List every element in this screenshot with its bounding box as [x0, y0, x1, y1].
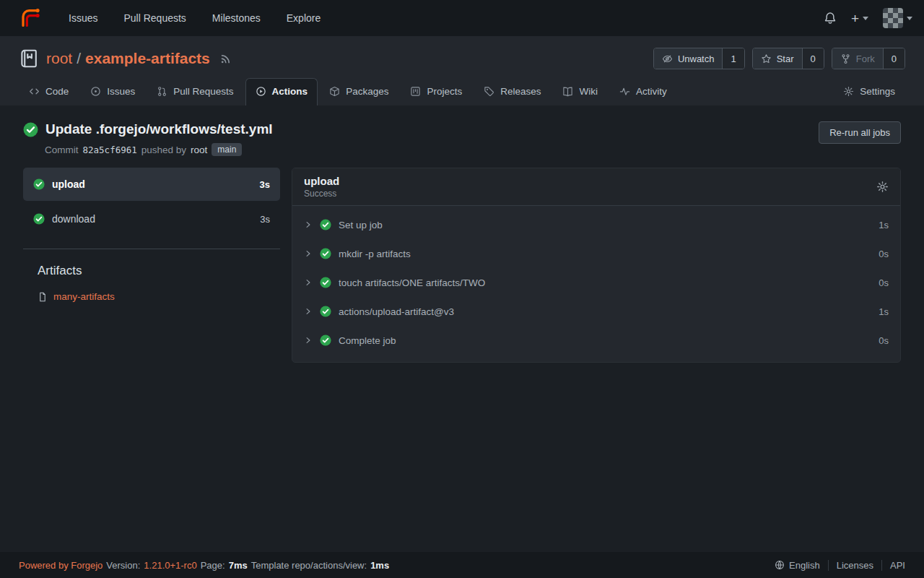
job-duration: 3s: [260, 214, 270, 225]
nav-item-milestones[interactable]: Milestones: [200, 7, 273, 30]
unwatch-button[interactable]: Unwatch 1: [653, 48, 745, 69]
tab-wiki[interactable]: Wiki: [552, 78, 608, 105]
chevron-right-icon: [304, 220, 313, 229]
eye-slash-icon: [662, 53, 673, 64]
job-detail-panel: upload Success Set: [292, 168, 901, 363]
code-icon: [29, 86, 40, 97]
tab-label: Settings: [860, 86, 895, 97]
tab-label: Pull Requests: [173, 86, 233, 97]
tab-projects[interactable]: Projects: [400, 78, 472, 105]
step-row-complete[interactable]: Complete job 0s: [292, 326, 900, 355]
gear-icon[interactable]: [876, 181, 889, 193]
step-list: Set up job 1s mkdir -p artifacts 0s: [292, 206, 900, 362]
step-row-setup[interactable]: Set up job 1s: [292, 210, 900, 239]
star-count[interactable]: 0: [802, 48, 824, 69]
check-circle-icon: [320, 219, 331, 230]
artifact-link[interactable]: many-artifacts: [53, 291, 115, 302]
actions-icon: [256, 86, 266, 97]
gear-icon: [843, 86, 854, 97]
tab-pull-requests[interactable]: Pull Requests: [147, 78, 243, 105]
book-icon: [562, 86, 573, 97]
unwatch-label: Unwatch: [678, 53, 715, 64]
chevron-right-icon: [304, 249, 313, 258]
job-name: download: [52, 213, 95, 225]
step-duration: 0s: [879, 335, 889, 346]
repo-separator: /: [77, 50, 81, 67]
forgejo-logo-icon[interactable]: [19, 7, 42, 30]
powered-by-link[interactable]: Powered by Forgejo: [19, 560, 103, 571]
nav-item-pull-requests[interactable]: Pull Requests: [111, 7, 198, 30]
fork-label: Fork: [856, 53, 875, 64]
tab-actions[interactable]: Actions: [245, 78, 318, 105]
avatar: [883, 8, 903, 28]
tab-settings[interactable]: Settings: [833, 78, 905, 105]
watch-count[interactable]: 1: [722, 48, 744, 69]
navbar-right: +: [824, 8, 912, 28]
top-navbar: Issues Pull Requests Milestones Explore …: [0, 0, 924, 36]
version-link[interactable]: 1.21.0+1-rc0: [144, 560, 196, 571]
template-time-label: Template repo/actions/view:: [251, 560, 367, 571]
divider: [23, 249, 280, 249]
run-title: Update .forgejo/workflows/test.yml: [45, 121, 273, 137]
create-new-menu[interactable]: +: [851, 12, 868, 25]
artifact-item: many-artifacts: [38, 291, 280, 302]
repo-owner-link[interactable]: root: [46, 50, 72, 67]
licenses-link[interactable]: Licenses: [828, 560, 881, 571]
job-row-upload[interactable]: upload 3s: [23, 168, 280, 201]
pusher-link[interactable]: root: [191, 144, 207, 155]
branch-badge[interactable]: main: [212, 143, 242, 156]
fork-button[interactable]: Fork 0: [832, 48, 905, 69]
tab-releases[interactable]: Releases: [474, 78, 551, 105]
version-label: Version:: [106, 560, 140, 571]
step-name: Complete job: [339, 335, 396, 346]
language-label: English: [789, 560, 820, 571]
star-icon: [761, 53, 772, 64]
file-icon: [38, 292, 48, 302]
step-duration: 1s: [879, 220, 889, 230]
tab-issues[interactable]: Issues: [80, 78, 145, 105]
star-button[interactable]: Star 0: [752, 48, 824, 69]
star-label: Star: [777, 53, 794, 64]
job-detail-status: Success: [304, 189, 339, 199]
tab-activity[interactable]: Activity: [609, 78, 677, 105]
tab-code[interactable]: Code: [19, 78, 79, 105]
tab-label: Actions: [272, 86, 308, 97]
tab-label: Releases: [500, 86, 541, 97]
step-duration: 0s: [879, 277, 889, 288]
step-row-touch[interactable]: touch artifacts/ONE artifacts/TWO 0s: [292, 268, 900, 297]
activity-icon: [619, 86, 630, 97]
repo-name: root / example-artifacts: [46, 50, 210, 67]
user-menu[interactable]: [883, 8, 912, 28]
tab-label: Packages: [346, 86, 388, 97]
job-name: upload: [52, 178, 85, 190]
api-link[interactable]: API: [881, 560, 905, 571]
chevron-right-icon: [304, 336, 313, 345]
language-menu[interactable]: English: [767, 560, 828, 571]
step-duration: 0s: [879, 249, 889, 259]
repo-name-link[interactable]: example-artifacts: [85, 50, 210, 67]
tag-icon: [484, 86, 494, 97]
nav-item-issues[interactable]: Issues: [56, 7, 110, 30]
step-duration: 1s: [879, 306, 889, 317]
bell-icon[interactable]: [824, 12, 837, 25]
tab-packages[interactable]: Packages: [319, 78, 398, 105]
repo-header: root / example-artifacts: [0, 36, 924, 105]
plus-icon: +: [851, 12, 859, 25]
nav-item-explore[interactable]: Explore: [274, 7, 333, 30]
step-row-mkdir[interactable]: mkdir -p artifacts 0s: [292, 239, 900, 268]
run-header: Update .forgejo/workflows/test.yml Commi…: [0, 105, 924, 168]
page-time-label: Page:: [201, 560, 225, 571]
fork-count[interactable]: 0: [883, 48, 905, 69]
step-row-upload-artifact[interactable]: actions/upload-artifact@v3 1s: [292, 297, 900, 326]
commit-sha-link[interactable]: 82a5cf6961: [83, 144, 137, 155]
rerun-all-jobs-button[interactable]: Re-run all jobs: [819, 121, 901, 144]
caret-down-icon: [907, 17, 912, 20]
check-circle-icon: [320, 335, 331, 346]
check-circle-icon: [33, 178, 45, 190]
run-subtitle: Commit 82a5cf6961 pushed by root main: [45, 143, 273, 156]
page: Issues Pull Requests Milestones Explore …: [0, 0, 924, 578]
job-row-download[interactable]: download 3s: [23, 202, 280, 236]
tab-label: Issues: [107, 86, 135, 97]
pushed-by-label: pushed by: [141, 144, 186, 155]
rss-icon[interactable]: [220, 53, 231, 64]
